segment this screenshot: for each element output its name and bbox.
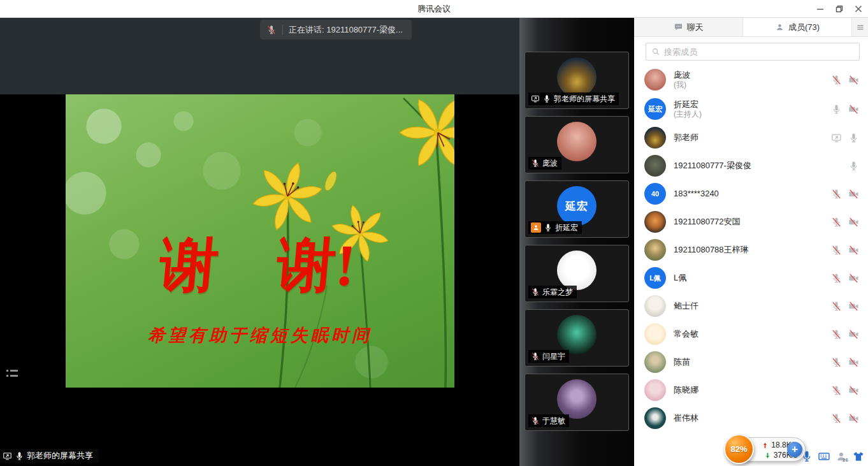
thumbnail-label: 郭老师的屏幕共享 bbox=[528, 92, 619, 105]
member-status-icons bbox=[831, 104, 859, 115]
mic-muted-icon bbox=[831, 413, 842, 424]
battery-percentage-ball[interactable]: 82% bbox=[724, 434, 754, 464]
video-thumbnail[interactable]: 于慧敏 bbox=[524, 374, 629, 431]
mic-muted-icon bbox=[831, 189, 842, 200]
member-status-icons bbox=[831, 273, 859, 284]
tab-chat[interactable]: 聊天 bbox=[634, 18, 743, 36]
thumbnail-label: 乐霖之梦 bbox=[528, 286, 577, 298]
slide-outline-toggle-icon[interactable] bbox=[6, 370, 19, 381]
cam-muted-icon bbox=[848, 245, 859, 256]
video-thumbnail[interactable]: 闫星宇 bbox=[524, 309, 629, 367]
ime-person-icon[interactable]: 26 bbox=[835, 450, 848, 463]
avatar bbox=[557, 251, 597, 290]
tab-chat-label: 聊天 bbox=[687, 22, 704, 33]
cam-muted-icon bbox=[848, 75, 859, 85]
member-row[interactable]: 19211080777-梁俊俊 bbox=[634, 152, 868, 180]
member-row[interactable]: 延宏 折延宏 (主持人) bbox=[634, 94, 868, 124]
avatar: 延宏 bbox=[557, 186, 597, 226]
member-row[interactable]: 鲍士仟 bbox=[634, 292, 868, 320]
avatar bbox=[644, 379, 666, 401]
video-thumbnail[interactable]: 郭老师的屏幕共享 bbox=[524, 52, 629, 109]
ime-skin-icon[interactable] bbox=[852, 450, 865, 463]
member-name: 陈晓娜 bbox=[674, 385, 831, 395]
thumbnail-label: 庞波 bbox=[528, 157, 561, 170]
cam-muted-icon bbox=[848, 189, 859, 200]
panel-tabs: 聊天 成员(73) bbox=[634, 18, 868, 37]
member-status-icons bbox=[831, 245, 859, 256]
mic-muted-icon bbox=[831, 385, 842, 396]
member-row[interactable]: 40 183****3240 bbox=[634, 180, 868, 208]
video-thumbnail[interactable]: 乐霖之梦 bbox=[524, 245, 629, 302]
video-thumbnail[interactable]: 延宏 折延宏 bbox=[524, 180, 629, 238]
widget-plus-button[interactable]: + bbox=[787, 442, 802, 457]
member-name: 常会敏 bbox=[674, 329, 831, 339]
thumbnail-name: 于慧敏 bbox=[542, 416, 565, 426]
tab-members[interactable]: 成员(73) bbox=[743, 18, 851, 36]
member-row[interactable]: 陈苗 bbox=[634, 348, 868, 376]
screen-share-icon bbox=[3, 451, 12, 461]
member-status-icons bbox=[848, 161, 859, 171]
minimize-button[interactable] bbox=[811, 0, 830, 18]
member-subtitle: (主持人) bbox=[674, 110, 831, 119]
member-name: 19211080772安国 bbox=[674, 217, 831, 227]
panel-menu-button[interactable] bbox=[851, 18, 868, 36]
member-row[interactable]: 崔伟林 bbox=[634, 404, 868, 432]
mic-muted-icon bbox=[831, 301, 842, 312]
hamburger-icon bbox=[856, 23, 865, 32]
member-status-icons bbox=[831, 301, 859, 312]
search-area bbox=[634, 37, 868, 65]
member-status-icons bbox=[831, 357, 859, 368]
search-icon bbox=[651, 47, 660, 56]
mic-muted-icon bbox=[831, 75, 842, 85]
member-row[interactable]: L佩 L佩 bbox=[634, 264, 868, 292]
member-row[interactable]: 19211080788王梓琳 bbox=[634, 236, 868, 264]
speaking-indicator: 正在讲话: 19211080777-梁俊... bbox=[260, 20, 412, 40]
member-row[interactable]: 陈晓娜 bbox=[634, 376, 868, 404]
member-row[interactable]: 19211080772安国 bbox=[634, 208, 868, 236]
member-text: 陈苗 bbox=[674, 357, 831, 367]
share-label-text: 郭老师的屏幕共享 bbox=[27, 450, 93, 462]
restore-icon bbox=[835, 5, 843, 13]
cam-muted-icon bbox=[848, 301, 859, 312]
member-text: 折延宏 (主持人) bbox=[674, 99, 831, 119]
search-box[interactable] bbox=[646, 43, 860, 61]
cam-muted-icon bbox=[848, 357, 859, 368]
mic-muted-icon bbox=[531, 159, 540, 168]
member-name: 折延宏 bbox=[674, 99, 831, 110]
member-row[interactable]: 庞波 (我) bbox=[634, 65, 868, 94]
restore-button[interactable] bbox=[830, 0, 849, 18]
titlebar: 腾讯会议 bbox=[0, 0, 868, 18]
mic-on-icon bbox=[15, 451, 24, 461]
thumbnail-name: 郭老师的屏幕共享 bbox=[554, 94, 615, 105]
member-name: L佩 bbox=[674, 273, 831, 283]
member-row[interactable]: 常会敏 bbox=[634, 320, 868, 348]
presentation-slide: 谢 谢! 希望有助于缩短失眠时间 bbox=[66, 94, 454, 388]
member-row[interactable]: 郭老师 bbox=[634, 124, 868, 152]
screen-share-status-label: 郭老师的屏幕共享 bbox=[0, 449, 99, 463]
member-status-icons bbox=[831, 189, 859, 200]
mic-muted-icon bbox=[831, 245, 842, 256]
screen-share-icon bbox=[531, 94, 540, 103]
close-button[interactable] bbox=[849, 0, 868, 18]
avatar: 40 bbox=[644, 183, 666, 205]
member-text: 常会敏 bbox=[674, 329, 831, 339]
thumbnail-label: 闫星宇 bbox=[528, 350, 569, 363]
video-thumbnail[interactable]: 庞波 bbox=[524, 116, 629, 173]
member-text: 庞波 (我) bbox=[674, 70, 831, 90]
ime-keyboard-icon[interactable] bbox=[818, 450, 830, 463]
close-icon bbox=[855, 5, 862, 13]
battery-percentage: 82% bbox=[730, 444, 747, 454]
avatar bbox=[557, 57, 597, 97]
avatar bbox=[557, 315, 597, 354]
avatar bbox=[557, 379, 597, 419]
mic-muted-icon bbox=[531, 288, 540, 296]
search-members-input[interactable] bbox=[664, 47, 854, 57]
speaking-label: 正在讲话: 19211080777-梁俊... bbox=[289, 24, 403, 36]
cam-muted-icon bbox=[848, 104, 859, 115]
member-status-icons bbox=[831, 75, 859, 85]
avatar bbox=[644, 407, 666, 429]
screen-share-stage: 正在讲话: 19211080777-梁俊... bbox=[0, 18, 519, 466]
avatar bbox=[644, 323, 666, 345]
mic-muted-icon bbox=[831, 273, 842, 284]
avatar bbox=[644, 69, 666, 91]
